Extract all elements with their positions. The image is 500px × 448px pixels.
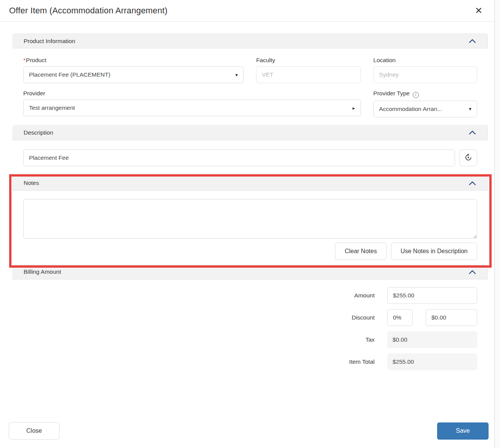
description-body [13,140,488,176]
location-input [373,66,477,83]
section-title: Product Information [24,38,75,45]
reset-description-button[interactable] [460,149,477,166]
required-asterisk: * [23,57,26,63]
tax-row: Tax $0.00 [23,331,477,348]
chevron-down-icon: ▾ [469,106,471,112]
provider-type-dropdown[interactable]: Accommodation Arran... ▾ [373,101,477,117]
faculty-label: Faculty [256,57,361,64]
location-field: Location [373,57,477,83]
product-field: *Product Placement Fee (PLACEMENT) ▾ [23,57,244,83]
location-label: Location [373,57,477,64]
product-information-body: *Product Placement Fee (PLACEMENT) ▾ Fac… [13,48,488,125]
provider-type-field: Provider Typei Accommodation Arran... ▾ [373,90,477,117]
notes-textarea[interactable] [23,199,477,239]
chevron-down-icon: ▾ [236,72,238,78]
chevron-up-icon[interactable] [469,270,476,274]
modal-body: Product Information *Product Placement F… [0,22,494,379]
info-icon[interactable]: i [413,92,419,98]
item-total-row: Item Total $255.00 [23,353,477,370]
discount-row: Discount [23,309,477,326]
clear-notes-button[interactable]: Clear Notes [335,242,386,260]
product-information-header[interactable]: Product Information [13,34,488,48]
provider-picker[interactable]: Test arrangement ▸ [23,100,361,116]
chevron-up-icon[interactable] [469,181,476,185]
section-title: Description [24,129,53,136]
amount-input[interactable] [387,287,477,304]
billing-body: Amount Discount Tax $0.00 Item Total [13,279,488,379]
discount-percent-input[interactable] [387,309,413,326]
item-total-value: $255.00 [387,353,477,370]
section-billing-amount: Billing Amount Amount Discount [13,265,488,379]
modal-title: Offer Item (Accommodation Arrangement) [9,6,168,16]
provider-type-label: Provider Type [373,90,410,96]
notes-actions: Clear Notes Use Notes in Description [23,242,477,260]
modal-footer: Close Save [0,422,494,448]
provider-field: Provider Test arrangement ▸ [23,90,361,117]
notes-header[interactable]: Notes [13,176,488,191]
billing-amount-header[interactable]: Billing Amount [13,265,488,279]
product-label: Product [26,57,46,63]
faculty-field: Faculty [256,57,361,83]
notes-highlight-region: Notes Clear Notes Use Notes in Descripti… [13,176,488,265]
tax-label: Tax [23,336,375,343]
close-button[interactable]: Close [9,422,59,440]
discount-label: Discount [23,314,375,321]
item-total-label: Item Total [23,358,375,365]
section-product-information: Product Information *Product Placement F… [13,34,488,125]
modal-header: Offer Item (Accommodation Arrangement) ✕ [0,0,494,22]
section-title: Notes [24,180,39,186]
restore-icon [464,153,473,162]
close-icon[interactable]: ✕ [473,5,484,17]
amount-label: Amount [23,292,375,299]
provider-label: Provider [23,90,361,97]
discount-amount-input[interactable] [426,309,477,326]
background-page-strip [494,0,500,448]
product-value: Placement Fee (PLACEMENT) [29,71,111,78]
use-notes-in-description-button[interactable]: Use Notes in Description [391,242,477,260]
chevron-up-icon[interactable] [469,39,476,43]
provider-type-value: Accommodation Arran... [379,106,442,112]
product-dropdown[interactable]: Placement Fee (PLACEMENT) ▾ [23,66,244,83]
section-description: Description [13,125,488,176]
description-header[interactable]: Description [13,125,488,140]
amount-row: Amount [23,287,477,304]
offer-item-modal: Offer Item (Accommodation Arrangement) ✕… [0,0,494,448]
chevron-right-icon: ▸ [353,105,355,111]
provider-value: Test arrangement [29,104,75,111]
tax-value: $0.00 [387,331,477,348]
notes-body: Clear Notes Use Notes in Description [13,191,488,265]
faculty-input [256,66,361,83]
section-notes: Notes Clear Notes Use Notes in Descripti… [13,176,488,265]
description-input[interactable] [23,149,455,166]
save-button[interactable]: Save [437,422,489,440]
section-title: Billing Amount [24,268,61,275]
chevron-up-icon[interactable] [469,130,476,135]
